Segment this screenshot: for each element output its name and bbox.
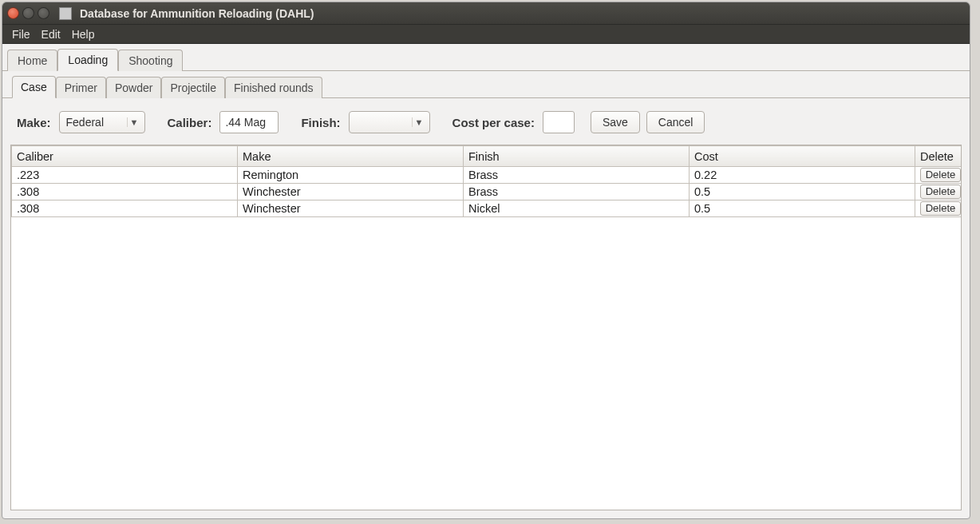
delete-row-button[interactable]: Delete xyxy=(920,201,961,216)
menu-file[interactable]: File xyxy=(7,26,35,42)
tab-home[interactable]: Home xyxy=(7,50,57,71)
case-form: Make: Federal ▼ Caliber: Finish: ▼ Cost … xyxy=(2,98,970,145)
cost-label: Cost per case: xyxy=(452,116,535,129)
col-cost[interactable]: Cost xyxy=(690,146,915,167)
tab-shooting[interactable]: Shooting xyxy=(118,50,183,71)
chevron-down-icon: ▼ xyxy=(127,117,141,127)
close-window-button[interactable] xyxy=(7,7,19,19)
save-button[interactable]: Save xyxy=(591,111,640,133)
make-combo[interactable]: Federal ▼ xyxy=(59,111,145,133)
caliber-input[interactable] xyxy=(219,111,279,133)
delete-row-button[interactable]: Delete xyxy=(920,185,961,199)
subtab-finished-rounds[interactable]: Finished rounds xyxy=(225,77,322,98)
window-title: Database for Ammunition Reloading (DAHL) xyxy=(80,7,314,20)
menu-edit[interactable]: Edit xyxy=(37,26,65,42)
col-finish[interactable]: Finish xyxy=(464,146,690,167)
cell-make: Winchester xyxy=(238,200,464,217)
caliber-label: Caliber: xyxy=(168,116,212,129)
cell-caliber: .308 xyxy=(12,200,238,217)
minimize-window-button[interactable] xyxy=(22,7,34,19)
window-controls xyxy=(7,7,49,19)
cell-cost: 0.5 xyxy=(690,184,915,200)
subtab-powder[interactable]: Powder xyxy=(106,77,161,98)
app-icon xyxy=(59,7,72,20)
subtab-primer[interactable]: Primer xyxy=(56,77,106,98)
col-make[interactable]: Make xyxy=(238,146,464,167)
cell-cost: 0.22 xyxy=(690,167,915,184)
cancel-button[interactable]: Cancel xyxy=(646,111,705,133)
col-caliber[interactable]: Caliber xyxy=(12,146,238,167)
table-row[interactable]: .223 Remington Brass 0.22 Delete xyxy=(12,167,962,184)
menu-help[interactable]: Help xyxy=(67,26,100,42)
menubar: File Edit Help xyxy=(2,25,970,44)
cell-cost: 0.5 xyxy=(690,200,915,217)
cell-caliber: .308 xyxy=(12,184,238,200)
finish-combo[interactable]: ▼ xyxy=(349,111,430,133)
finish-label: Finish: xyxy=(301,116,340,129)
col-delete[interactable]: Delete xyxy=(915,146,962,167)
cell-finish: Brass xyxy=(464,184,690,200)
make-combo-value: Federal xyxy=(66,116,122,129)
cell-caliber: .223 xyxy=(12,167,238,184)
delete-row-button[interactable]: Delete xyxy=(920,168,961,182)
tab-loading[interactable]: Loading xyxy=(57,49,118,71)
cell-finish: Brass xyxy=(464,167,690,184)
table-header-row: Caliber Make Finish Cost Delete xyxy=(12,146,962,167)
main-tabs: Home Loading Shooting xyxy=(2,44,970,71)
cost-input[interactable] xyxy=(543,111,575,133)
chevron-down-icon: ▼ xyxy=(412,117,426,127)
subtab-case[interactable]: Case xyxy=(12,76,56,98)
case-table: Caliber Make Finish Cost Delete .223 Rem… xyxy=(10,145,962,510)
table-row[interactable]: .308 Winchester Nickel 0.5 Delete xyxy=(12,200,962,217)
maximize-window-button[interactable] xyxy=(38,7,49,19)
cell-make: Winchester xyxy=(238,184,464,200)
app-window: Database for Ammunition Reloading (DAHL)… xyxy=(2,2,970,519)
subtab-projectile[interactable]: Projectile xyxy=(161,77,225,98)
make-label: Make: xyxy=(17,116,51,129)
cell-finish: Nickel xyxy=(464,200,690,217)
sub-tabs: Case Primer Powder Projectile Finished r… xyxy=(2,71,970,98)
table-row[interactable]: .308 Winchester Brass 0.5 Delete xyxy=(12,184,962,200)
titlebar: Database for Ammunition Reloading (DAHL) xyxy=(2,2,970,25)
cell-make: Remington xyxy=(238,167,464,184)
